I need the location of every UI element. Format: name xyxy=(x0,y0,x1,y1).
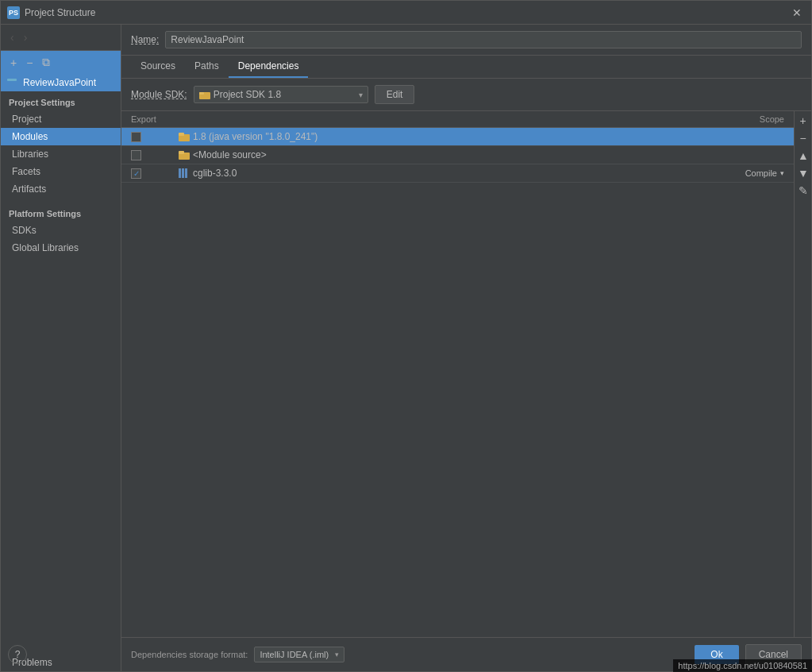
edit-sdk-button[interactable]: Edit xyxy=(375,85,415,104)
sidebar-item-modules[interactable]: Modules xyxy=(1,128,121,145)
move-up-button[interactable]: ▲ xyxy=(796,148,810,164)
dependencies-body: Export Scope xyxy=(121,111,811,637)
module-list-header: + − ⧉ xyxy=(1,51,121,74)
module-name: ReviewJavaPoint xyxy=(23,77,96,88)
module-icon xyxy=(7,77,18,88)
main-panel: Name: Sources Paths Dependencies Module … xyxy=(121,25,811,671)
dep-cglib-library-icon xyxy=(179,168,190,178)
dep-source-export-checkbox[interactable] xyxy=(131,150,141,160)
svg-rect-1 xyxy=(7,79,17,81)
help-button[interactable]: ? xyxy=(8,645,27,664)
name-label: Name: xyxy=(131,34,159,45)
tabs-row: Sources Paths Dependencies xyxy=(121,56,811,79)
dep-row-cglib[interactable]: cglib-3.3.0 Compile ▾ xyxy=(121,164,794,183)
deps-export-header: Export xyxy=(131,114,179,124)
sdk-folder-icon xyxy=(199,90,210,99)
dep-jdk-export-checkbox[interactable] xyxy=(131,132,141,142)
remove-dep-button[interactable]: − xyxy=(796,130,810,146)
dep-cglib-name: cglib-3.3.0 xyxy=(193,168,237,179)
dep-source-name: <Module source> xyxy=(193,149,267,160)
sidebar-item-sdks[interactable]: SDKs xyxy=(1,222,121,239)
module-item-reviewjavapoint[interactable]: ReviewJavaPoint xyxy=(1,74,121,91)
dependencies-table: Export Scope xyxy=(121,111,794,637)
project-settings-heading: Project Settings xyxy=(1,91,121,110)
window-title: Project Structure xyxy=(25,7,95,18)
svg-rect-9 xyxy=(182,168,184,178)
sdk-dropdown-arrow: ▾ xyxy=(359,91,363,99)
deps-scope-header: Scope xyxy=(705,114,784,124)
remove-module-button[interactable]: − xyxy=(23,55,36,71)
storage-select[interactable]: IntelliJ IDEA (.iml) ▾ xyxy=(254,647,344,662)
add-module-button[interactable]: + xyxy=(7,55,20,71)
sdk-row: Module SDK: Project SDK 1.8 ▾ Edit xyxy=(121,79,811,111)
dep-jdk-folder-icon xyxy=(179,133,190,141)
dep-cglib-scope[interactable]: Compile ▾ xyxy=(705,168,784,178)
storage-dropdown-arrow: ▾ xyxy=(335,651,339,658)
sidebar-item-libraries[interactable]: Libraries xyxy=(1,145,121,163)
dep-cglib-export-checkbox[interactable] xyxy=(131,168,141,179)
tab-paths[interactable]: Paths xyxy=(185,56,229,78)
sidebar-item-project[interactable]: Project xyxy=(1,110,121,128)
watermark: https://blog.csdn.net/u010840581 xyxy=(673,659,812,672)
storage-label: Dependencies storage format: xyxy=(131,650,248,659)
edit-dep-button[interactable]: ✎ xyxy=(796,183,810,199)
dep-source-folder-icon xyxy=(179,151,190,160)
platform-settings-heading: Platform Settings xyxy=(1,203,121,222)
move-down-button[interactable]: ▼ xyxy=(796,165,810,181)
sdk-label: Module SDK: xyxy=(131,89,187,100)
main-content: ‹ › + − ⧉ ReviewJavaPoint Project Sett xyxy=(1,25,811,671)
module-toolbar: + − ⧉ xyxy=(7,54,53,71)
back-button[interactable]: ‹ xyxy=(7,29,17,45)
sidebar-nav: ‹ › xyxy=(1,25,121,51)
svg-rect-5 xyxy=(179,133,184,136)
deps-table-header: Export Scope xyxy=(121,111,794,128)
help-area: ? xyxy=(8,645,27,664)
sidebar-item-facets[interactable]: Facets xyxy=(1,163,121,180)
dep-row-module-source[interactable]: <Module source> xyxy=(121,146,794,164)
add-dep-button[interactable]: + xyxy=(796,113,810,129)
name-input[interactable] xyxy=(165,31,802,48)
sdk-select[interactable]: Project SDK 1.8 ▾ xyxy=(194,86,368,103)
sidebar-item-global-libraries[interactable]: Global Libraries xyxy=(1,239,121,257)
title-bar: PS Project Structure ✕ xyxy=(1,1,811,25)
dep-jdk-name: 1.8 (java version "1.8.0_241") xyxy=(193,131,317,142)
sidebar: ‹ › + − ⧉ ReviewJavaPoint Project Sett xyxy=(1,25,121,671)
name-row: Name: xyxy=(121,25,811,56)
tab-sources[interactable]: Sources xyxy=(131,56,185,78)
dep-row-jdk[interactable]: 1.8 (java version "1.8.0_241") xyxy=(121,128,794,146)
app-icon: PS xyxy=(7,6,20,19)
svg-rect-8 xyxy=(179,168,181,178)
sidebar-item-artifacts[interactable]: Artifacts xyxy=(1,180,121,198)
scope-dropdown-arrow: ▾ xyxy=(780,169,784,177)
close-button[interactable]: ✕ xyxy=(789,5,805,21)
forward-button[interactable]: › xyxy=(21,29,31,45)
project-structure-window: PS Project Structure ✕ ‹ › + − ⧉ xyxy=(0,0,812,672)
tab-dependencies[interactable]: Dependencies xyxy=(229,56,309,78)
svg-rect-10 xyxy=(185,168,187,178)
svg-rect-7 xyxy=(179,151,184,154)
deps-action-panel: + − ▲ ▼ ✎ xyxy=(794,111,811,637)
title-bar-left: PS Project Structure xyxy=(7,6,95,19)
svg-rect-3 xyxy=(199,92,204,95)
copy-module-button[interactable]: ⧉ xyxy=(39,54,53,71)
